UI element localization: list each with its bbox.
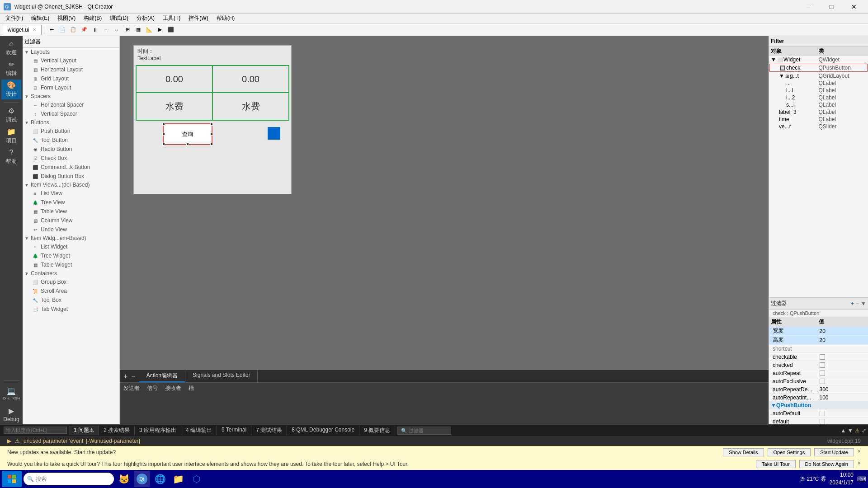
autoexclusive-checkbox[interactable] bbox=[820, 379, 825, 384]
toolbar-btn-8[interactable]: ⊞ bbox=[123, 25, 132, 35]
object-row-time[interactable]: time QLabel bbox=[769, 116, 868, 123]
item-grid-layout[interactable]: ⊞ Grid Layout bbox=[23, 74, 119, 83]
issues-tab-qml[interactable]: 8 QML Debugger Console bbox=[287, 426, 359, 435]
section-item-widgets-header[interactable]: ▼ Item Widg...em-Based) bbox=[23, 234, 119, 242]
locate-input[interactable] bbox=[4, 427, 67, 434]
checked-checkbox[interactable] bbox=[820, 362, 825, 368]
issues-tab-terminal[interactable]: 5 Terminal bbox=[217, 426, 251, 435]
toolbar-btn-7[interactable]: ↔ bbox=[112, 25, 122, 35]
toolbar-btn-11[interactable]: ▶ bbox=[155, 25, 165, 35]
prop-row-autorepeatint[interactable]: autoRepeatInt... 100 bbox=[769, 394, 868, 402]
object-row-check[interactable]: 🔲 check QPushButton bbox=[769, 64, 868, 72]
do-not-show-again-button[interactable]: Do Not Show Again bbox=[799, 460, 854, 468]
toolbar-btn-1[interactable]: ⬅ bbox=[47, 25, 57, 35]
object-row-widget[interactable]: ▼ ⬜ Widget QWidget bbox=[769, 56, 868, 63]
toolbar-btn-9[interactable]: ▦ bbox=[133, 25, 143, 35]
item-tree-widget[interactable]: 🌲 Tree Widget bbox=[23, 251, 119, 260]
item-undo-view[interactable]: ↩ Undo View bbox=[23, 225, 119, 234]
item-table-view[interactable]: ▦ Table View bbox=[23, 207, 119, 216]
object-row-label1[interactable]: ... QLabel bbox=[769, 80, 868, 87]
object-row-grid[interactable]: ▼ ⊞ g...t QGridLayout bbox=[769, 72, 868, 80]
item-dialog-button-box[interactable]: ⬛ Dialog Button Box bbox=[23, 172, 119, 181]
menu-help[interactable]: 帮助(H) bbox=[213, 14, 239, 23]
issues-tab-overview[interactable]: 9 概要信息 bbox=[359, 426, 395, 435]
item-vertical-spacer[interactable]: ↕ Vertical Spacer bbox=[23, 109, 119, 118]
item-push-button[interactable]: ⬜ Push Button bbox=[23, 127, 119, 136]
tab-close-icon[interactable]: × bbox=[33, 27, 36, 33]
toolbar-btn-2[interactable]: 📄 bbox=[57, 25, 67, 35]
issues-up-btn[interactable]: ▲ bbox=[840, 427, 846, 434]
toolbar-btn-12[interactable]: ⬛ bbox=[166, 25, 176, 35]
iconbar-help[interactable]: ? 帮助 bbox=[1, 147, 21, 167]
item-radio-button[interactable]: ◉ Radio Button bbox=[23, 145, 119, 154]
prop-row-autorepeatdelay[interactable]: autoRepeatDe... 300 bbox=[769, 385, 868, 394]
toolbar-btn-5[interactable]: ⏸ bbox=[90, 25, 100, 35]
design-canvas[interactable]: 时间： TextLabel 0.00 0.00 水费 水费 查询 bbox=[120, 36, 769, 370]
system-tray[interactable]: ⌨ bbox=[857, 475, 866, 483]
prop-row-autodefault[interactable]: autoDefault bbox=[769, 409, 868, 418]
toolbar-btn-10[interactable]: 📐 bbox=[144, 25, 154, 35]
take-ui-tour-button[interactable]: Take UI Tour bbox=[756, 460, 796, 468]
item-list-widget[interactable]: ≡ List Widget bbox=[23, 242, 119, 251]
issues-warning-btn[interactable]: ⚠ bbox=[855, 427, 860, 434]
iconbar-oneksh[interactable]: 💻 One...KSH bbox=[1, 384, 21, 404]
issues-tab-appoutput[interactable]: 3 应用程序输出 bbox=[135, 426, 181, 435]
item-tool-box[interactable]: 🔧 Tool Box bbox=[23, 296, 119, 305]
show-details-button[interactable]: Show Details bbox=[723, 448, 764, 456]
taskbar-search-input[interactable] bbox=[36, 476, 110, 482]
section-layouts-header[interactable]: ▼ Layouts bbox=[23, 48, 119, 56]
maximize-button[interactable]: □ bbox=[821, 0, 842, 14]
menu-file[interactable]: 文件(F) bbox=[2, 14, 27, 23]
close-button[interactable]: ✕ bbox=[844, 0, 864, 14]
issues-filter-input[interactable] bbox=[397, 427, 451, 435]
issues-down-btn[interactable]: ▼ bbox=[848, 427, 853, 434]
iconbar-edit[interactable]: ✏ 编辑 bbox=[1, 59, 21, 79]
tab-widget-ui[interactable]: widget.ui × bbox=[2, 25, 42, 35]
iconbar-welcome[interactable]: ⌂ 欢迎 bbox=[1, 38, 21, 58]
item-check-box[interactable]: ☑ Check Box bbox=[23, 154, 119, 163]
object-row-slider[interactable]: ve...r QSlider bbox=[769, 123, 868, 130]
issues-tab-compoutput[interactable]: 4 编译输出 bbox=[181, 426, 217, 435]
taskbar-app-cat[interactable]: 🐱 bbox=[116, 471, 132, 487]
item-tab-widget[interactable]: 📑 Tab Widget bbox=[23, 305, 119, 314]
open-settings-button[interactable]: Open Settings bbox=[768, 448, 811, 456]
add-icon[interactable]: + bbox=[123, 372, 127, 380]
object-row-label4[interactable]: s...i QLabel bbox=[769, 101, 868, 108]
item-horizontal-layout[interactable]: ▥ Horizontal Layout bbox=[23, 65, 119, 74]
item-table-widget[interactable]: ▦ Table Widget bbox=[23, 260, 119, 269]
issues-tab-problems[interactable]: 1 问题⚠ bbox=[69, 426, 99, 435]
menu-controls[interactable]: 控件(W) bbox=[185, 14, 212, 23]
taskbar-clock[interactable]: 10:00 2024/1/17 bbox=[830, 471, 854, 487]
iconbar-projects[interactable]: 📁 项目 bbox=[1, 126, 21, 146]
prop-remove-btn[interactable]: − bbox=[856, 300, 859, 307]
issues-tab-search[interactable]: 2 搜索结果 bbox=[99, 426, 135, 435]
prop-row-checkable[interactable]: checkable bbox=[769, 353, 868, 361]
menu-view[interactable]: 视图(V) bbox=[54, 14, 79, 23]
remove-icon[interactable]: − bbox=[131, 372, 135, 380]
item-vertical-layout[interactable]: ▤ Vertical Layout bbox=[23, 56, 119, 65]
toolbar-btn-4[interactable]: 📌 bbox=[79, 25, 89, 35]
menu-tools[interactable]: 工具(T) bbox=[159, 14, 184, 23]
menu-edit[interactable]: 编辑(E) bbox=[28, 14, 53, 23]
notif-tour-close[interactable]: × bbox=[858, 460, 861, 468]
notif-update-close[interactable]: × bbox=[858, 448, 861, 456]
minimize-button[interactable]: ─ bbox=[798, 0, 819, 14]
checkable-checkbox[interactable] bbox=[820, 354, 825, 360]
taskbar-app-explorer[interactable]: 📁 bbox=[170, 471, 186, 487]
item-tree-view[interactable]: 🌲 Tree View bbox=[23, 198, 119, 207]
section-containers-header[interactable]: ▼ Containers bbox=[23, 269, 119, 277]
tab-action-editor[interactable]: Action编辑器 bbox=[139, 370, 185, 382]
prop-more-btn[interactable]: ▼ bbox=[861, 300, 866, 307]
issues-search-input[interactable] bbox=[2, 426, 69, 435]
issues-file[interactable]: widget.cpp:19 bbox=[827, 438, 861, 444]
prop-row-autorepeat[interactable]: autoRepeat bbox=[769, 369, 868, 377]
object-row-label2[interactable]: l...l QLabel bbox=[769, 87, 868, 94]
toolbar-btn-3[interactable]: 📋 bbox=[68, 25, 78, 35]
issues-expand-btn[interactable]: ⤢ bbox=[862, 427, 866, 434]
menu-analyze[interactable]: 分析(A) bbox=[133, 14, 158, 23]
prop-row-default[interactable]: default bbox=[769, 418, 868, 424]
iconbar-debug[interactable]: ⚙ 调试 bbox=[1, 105, 21, 125]
item-scroll-area[interactable]: 📜 Scroll Area bbox=[23, 286, 119, 296]
object-row-label5[interactable]: label_3 QLabel bbox=[769, 108, 868, 116]
item-horizontal-spacer[interactable]: ↔ Horizontal Spacer bbox=[23, 100, 119, 109]
